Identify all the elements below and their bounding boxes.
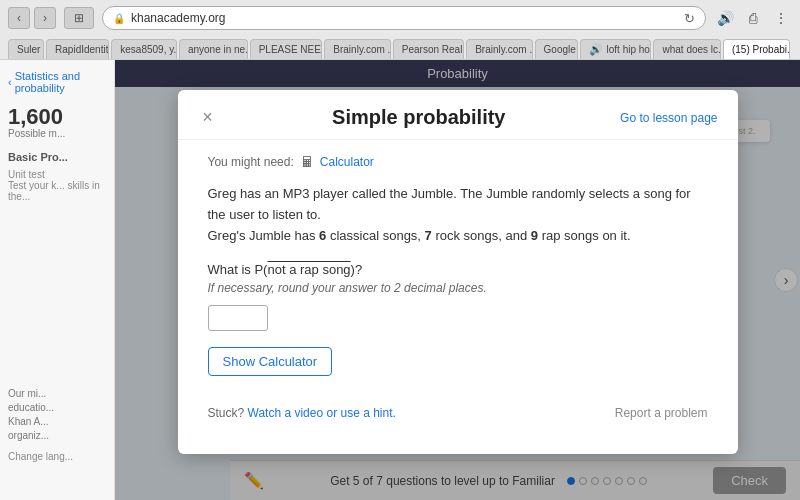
tab-google[interactable]: Google (535, 39, 578, 59)
browser-top-bar: ‹ › ⊞ 🔒 khanacademy.org ↻ 🔊 ⎙ ⋮ (0, 0, 800, 34)
modal-dialog: × Simple probability Go to lesson page Y… (178, 90, 738, 454)
calculator-link[interactable]: Calculator (320, 155, 374, 169)
watch-video-link[interactable]: Watch a video or use a hint. (248, 406, 396, 420)
sidebar-stat-label: Possible m... (8, 128, 106, 139)
not-text: not a rap song (267, 262, 350, 277)
calculator-icon: 🖩 (300, 154, 314, 170)
tab-kesa[interactable]: kesa8509, y... (111, 39, 177, 59)
sidebar-back-link[interactable]: ‹ Statistics and probability (8, 70, 106, 94)
report-problem-link[interactable]: Report a problem (615, 406, 708, 420)
change-language-link[interactable]: Change lang... (8, 451, 107, 462)
tabs-row: Suler RapidIdentity kesa8509, y... anyon… (0, 34, 800, 59)
problem-text: Greg has an MP3 player called the Jumble… (208, 184, 708, 246)
content-right: Probability ...est 2. › × Simple probabi… (115, 60, 800, 500)
sidebar-back-label: Statistics and probability (15, 70, 106, 94)
you-might-need: You might need: 🖩 Calculator (208, 154, 708, 170)
tab-loft[interactable]: 🔊 loft hip ho... (580, 39, 652, 59)
tab-anyone[interactable]: anyone in ne... (179, 39, 248, 59)
show-calculator-button[interactable]: Show Calculator (208, 347, 333, 376)
sidebar: ‹ Statistics and probability 1,600 Possi… (0, 60, 115, 500)
sidebar-basic-title: Basic Pro... (8, 151, 106, 163)
go-to-lesson-link[interactable]: Go to lesson page (620, 111, 717, 125)
chevron-left-icon: ‹ (8, 76, 12, 88)
reload-icon[interactable]: ↻ (684, 11, 695, 26)
volume-button[interactable]: 🔊 (714, 7, 736, 29)
modal-title: Simple probability (218, 106, 621, 129)
question-label: What is P(not a rap song)? (208, 262, 708, 277)
browser-actions: 🔊 ⎙ ⋮ (714, 7, 792, 29)
address-bar[interactable]: 🔒 khanacademy.org ↻ (102, 6, 706, 30)
tab-brainly2[interactable]: Brainly.com ... (466, 39, 532, 59)
modal-header: × Simple probability Go to lesson page (178, 90, 738, 140)
modal-body: You might need: 🖩 Calculator Greg has an… (178, 140, 738, 434)
you-might-need-label: You might need: (208, 155, 294, 169)
tab-rapididentity[interactable]: RapidIdentity (46, 39, 109, 59)
tab-pearson[interactable]: Pearson Real... (393, 39, 464, 59)
sidebar-basic-section: Basic Pro... Unit test Test your k... sk… (8, 151, 106, 202)
modal-close-button[interactable]: × (198, 108, 218, 128)
volume-icon-tab: 🔊 (589, 43, 603, 56)
stuck-text: Stuck? Watch a video or use a hint. (208, 406, 396, 420)
modal-overlay: × Simple probability Go to lesson page Y… (115, 60, 800, 500)
nav-controls: ‹ › (8, 7, 56, 29)
stuck-row: Stuck? Watch a video or use a hint. Repo… (208, 406, 708, 420)
forward-button[interactable]: › (34, 7, 56, 29)
round-note: If necessary, round your answer to 2 dec… (208, 281, 708, 295)
sidebar-mission: Our mi... educatio... Khan A... organiz.… (8, 387, 107, 443)
back-button[interactable]: ‹ (8, 7, 30, 29)
tab-suler[interactable]: Suler (8, 39, 44, 59)
tab-please[interactable]: PLEASE NEE... (250, 39, 323, 59)
sidebar-unit-test[interactable]: Unit test Test your k... skills in the..… (8, 169, 106, 202)
url-text: khanacademy.org (131, 11, 226, 25)
tab-probability[interactable]: (15) Probabi... (723, 39, 790, 59)
sidebar-stat-number: 1,600 (8, 106, 106, 128)
sidebar-bottom: Our mi... educatio... Khan A... organiz.… (0, 379, 115, 470)
tab-brainly1[interactable]: Brainly.com ... (324, 39, 390, 59)
share-button[interactable]: ⎙ (742, 7, 764, 29)
tab-overview-button[interactable]: ⊞ (64, 7, 94, 29)
lock-icon: 🔒 (113, 13, 125, 24)
main-area: ‹ Statistics and probability 1,600 Possi… (0, 60, 800, 500)
problem-sentence-2: Greg's Jumble has 6 classical songs, 7 r… (208, 228, 631, 243)
browser-chrome: ‹ › ⊞ 🔒 khanacademy.org ↻ 🔊 ⎙ ⋮ Suler Ra… (0, 0, 800, 60)
more-button[interactable]: ⋮ (770, 7, 792, 29)
answer-input[interactable] (208, 305, 268, 331)
problem-sentence-1: Greg has an MP3 player called the Jumble… (208, 186, 691, 222)
sidebar-stat: 1,600 Possible m... (8, 106, 106, 139)
tab-what[interactable]: what does lc... (653, 39, 720, 59)
